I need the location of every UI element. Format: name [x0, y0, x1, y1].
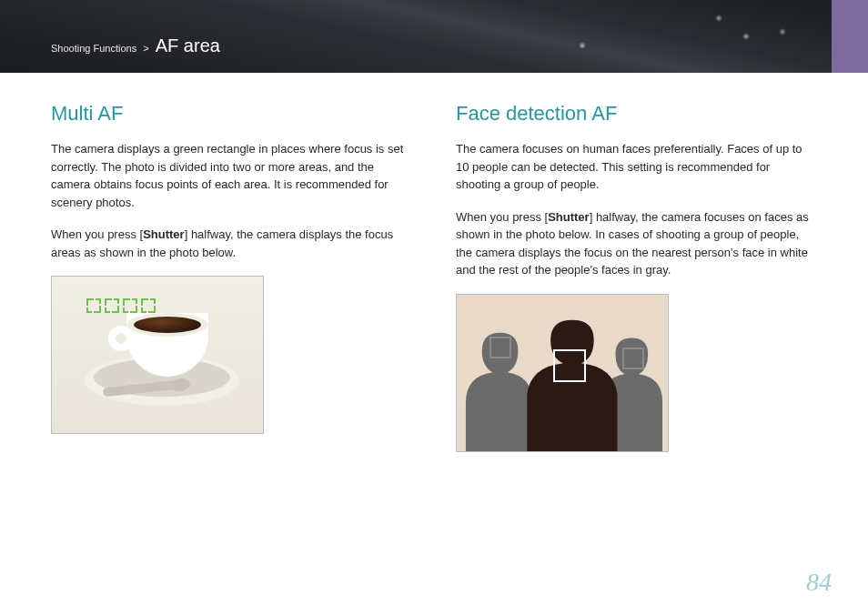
page-number: 84	[806, 568, 832, 597]
focus-bracket-icon	[123, 298, 137, 313]
paragraph: When you press [Shutter] halfway, the ca…	[456, 208, 817, 279]
focus-bracket-icon	[86, 298, 101, 313]
text: When you press [	[51, 227, 143, 241]
left-column: Multi AF The camera displays a green rec…	[51, 102, 412, 452]
right-column: Face detection AF The camera focuses on …	[456, 102, 817, 452]
focus-bracket-icon	[141, 298, 156, 313]
breadcrumb: Shooting Functions > AF area	[51, 35, 220, 56]
section-heading-face-detection: Face detection AF	[456, 102, 817, 126]
coffee-shape	[134, 317, 201, 333]
focus-bracket-icon	[105, 298, 119, 313]
side-tab	[832, 0, 868, 73]
breadcrumb-parent: Shooting Functions	[51, 43, 136, 54]
shutter-label: Shutter	[548, 210, 590, 224]
illustration-multi-af	[51, 276, 264, 434]
breadcrumb-current: AF area	[156, 35, 220, 55]
breadcrumb-separator: >	[143, 43, 148, 54]
page-body: Multi AF The camera displays a green rec…	[0, 73, 868, 452]
face-box-gray	[622, 348, 644, 369]
illustration-face-detection	[456, 294, 669, 452]
section-heading-multi-af: Multi AF	[51, 102, 412, 126]
face-box-white	[553, 349, 586, 382]
text: When you press [	[456, 210, 548, 224]
page-header: Shooting Functions > AF area	[0, 0, 868, 73]
paragraph: The camera focuses on human faces prefer…	[456, 140, 817, 194]
face-box-gray	[490, 337, 511, 358]
paragraph: The camera displays a green rectangle in…	[51, 140, 412, 211]
shutter-label: Shutter	[143, 227, 185, 241]
paragraph: When you press [Shutter] halfway, the ca…	[51, 226, 412, 261]
